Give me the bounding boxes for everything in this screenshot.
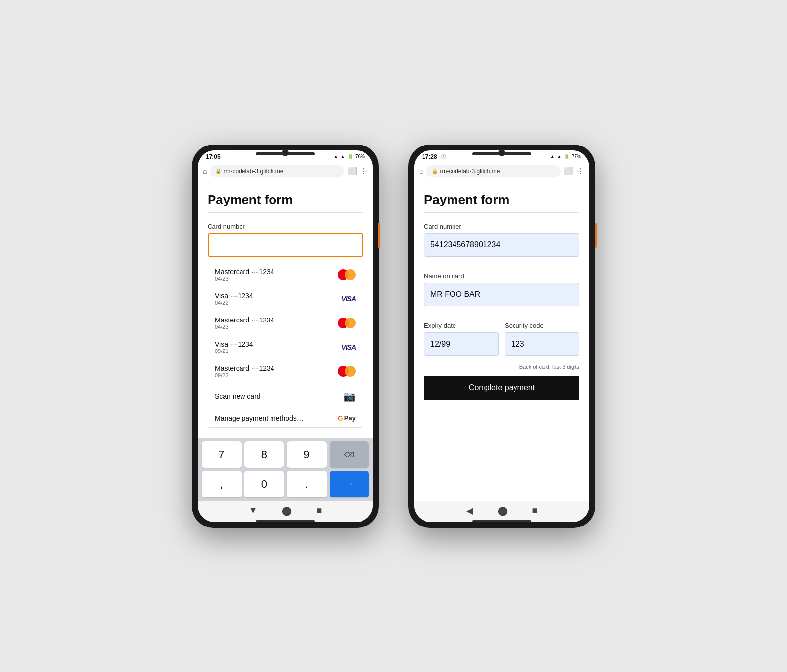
status-icons-right: ▲ ▲ 🔋 77% bbox=[550, 154, 581, 159]
key-0[interactable]: 0 bbox=[244, 471, 284, 497]
nav-home-icon-left[interactable]: ⬤ bbox=[282, 505, 292, 516]
right-phone-wrapper: 17:28 🕐 ▲ ▲ 🔋 77% ⌂ 🔒 rm-codelab-3.glitc… bbox=[408, 145, 595, 528]
key-7[interactable]: 7 bbox=[202, 441, 242, 468]
key-8[interactable]: 8 bbox=[244, 441, 284, 468]
card-name-1: Mastercard ····1234 bbox=[215, 268, 274, 276]
key-9[interactable]: 9 bbox=[287, 441, 327, 468]
numeric-keyboard: 7 8 9 ⌫ , 0 . → bbox=[198, 438, 373, 501]
mastercard-icon-3 bbox=[338, 318, 356, 328]
scan-new-card-item[interactable]: Scan new card 📷 bbox=[208, 383, 363, 409]
url-text-left: rm-codelab-3.glitch.me bbox=[223, 168, 283, 175]
card-expiry-3: 04/23 bbox=[215, 324, 274, 330]
url-text-right: rm-codelab-3.glitch.me bbox=[440, 168, 500, 175]
nav-back-icon-right[interactable]: ◀ bbox=[466, 505, 473, 516]
battery-pct-left: 76% bbox=[355, 154, 365, 159]
right-phone-screen: 17:28 🕐 ▲ ▲ 🔋 77% ⌂ 🔒 rm-codelab-3.glitc… bbox=[414, 150, 589, 522]
tab-icon-right[interactable]: ⬜ bbox=[564, 166, 574, 175]
title-divider-left bbox=[208, 212, 363, 213]
autocomplete-item-3[interactable]: Mastercard ····1234 04/23 bbox=[208, 311, 363, 335]
autocomplete-item-4[interactable]: Visa ····1234 09/21 VISA bbox=[208, 335, 363, 359]
card-info-3: Mastercard ····1234 04/23 bbox=[215, 316, 274, 330]
key-dot[interactable]: . bbox=[287, 471, 327, 497]
gpay-icon: G Pay bbox=[338, 414, 356, 422]
nav-back-icon-left[interactable]: ▼ bbox=[249, 505, 258, 516]
autocomplete-item-5[interactable]: Mastercard ····1234 09/22 bbox=[208, 359, 363, 383]
card-expiry-2: 04/22 bbox=[215, 300, 253, 306]
expiry-col: Expiry date bbox=[424, 322, 499, 370]
signal-icon-right: ▲ bbox=[557, 154, 562, 159]
url-bar-right[interactable]: 🔒 rm-codelab-3.glitch.me bbox=[426, 165, 561, 177]
lock-icon-left: 🔒 bbox=[215, 168, 221, 174]
card-number-label-left: Card number bbox=[208, 223, 363, 230]
battery-pct-right: 77% bbox=[572, 154, 581, 159]
status-icons-left: ▲ ▲ 🔋 76% bbox=[333, 154, 365, 159]
card-name-3: Mastercard ····1234 bbox=[215, 316, 274, 324]
security-hint: Back of card, last 3 digits bbox=[505, 364, 579, 370]
nav-home-icon-right[interactable]: ⬤ bbox=[498, 505, 508, 516]
mastercard-icon-1 bbox=[338, 269, 356, 280]
name-on-card-group: Name on card bbox=[424, 272, 579, 312]
card-name-5: Mastercard ····1234 bbox=[215, 364, 274, 372]
wifi-icon-right: ▲ bbox=[550, 154, 555, 159]
manage-payment-item[interactable]: Manage payment methods… G Pay bbox=[208, 409, 363, 427]
nav-recent-icon-left[interactable]: ■ bbox=[316, 505, 322, 516]
menu-icon-right[interactable]: ⋮ bbox=[576, 166, 584, 175]
left-phone-wrapper: 17:05 ▲ ▲ 🔋 76% ⌂ 🔒 rm-codelab-3.glitch.… bbox=[192, 145, 379, 528]
page-content-right: Payment form Card number Name on card Ex… bbox=[414, 180, 589, 501]
tab-icon-left[interactable]: ⬜ bbox=[347, 166, 357, 175]
status-clock-icon: 🕐 bbox=[440, 154, 446, 159]
security-input[interactable] bbox=[505, 332, 579, 356]
home-icon-right[interactable]: ⌂ bbox=[419, 167, 423, 175]
battery-icon-right: 🔋 bbox=[564, 154, 570, 159]
browser-bar-left: ⌂ 🔒 rm-codelab-3.glitch.me ⬜ ⋮ bbox=[198, 162, 373, 180]
right-phone: 17:28 🕐 ▲ ▲ 🔋 77% ⌂ 🔒 rm-codelab-3.glitc… bbox=[408, 145, 595, 528]
status-time-left: 17:05 bbox=[206, 153, 221, 160]
page-title-left: Payment form bbox=[208, 192, 363, 207]
card-name-2: Visa ····1234 bbox=[215, 292, 253, 300]
browser-bar-right: ⌂ 🔒 rm-codelab-3.glitch.me ⬜ ⋮ bbox=[414, 162, 589, 180]
home-icon-left[interactable]: ⌂ bbox=[203, 167, 207, 175]
autocomplete-item-2[interactable]: Visa ····1234 04/22 VISA bbox=[208, 287, 363, 311]
phone-side-button-left bbox=[378, 223, 380, 248]
wifi-icon-left: ▲ bbox=[333, 154, 338, 159]
url-bar-left[interactable]: 🔒 rm-codelab-3.glitch.me bbox=[210, 165, 344, 177]
security-label: Security code bbox=[505, 322, 579, 329]
card-number-input-left[interactable] bbox=[208, 233, 363, 257]
visa-icon-2: VISA bbox=[341, 295, 356, 303]
card-info-1: Mastercard ····1234 04/23 bbox=[215, 268, 274, 282]
card-name-4: Visa ····1234 bbox=[215, 340, 253, 348]
phone-camera-left bbox=[282, 149, 289, 156]
page-title-right: Payment form bbox=[424, 192, 579, 207]
nav-bar-left: ▼ ⬤ ■ bbox=[198, 501, 373, 522]
nav-bar-right: ◀ ⬤ ■ bbox=[414, 501, 589, 522]
name-on-card-input[interactable] bbox=[424, 283, 579, 306]
expiry-security-row: Expiry date Security code Back of card, … bbox=[424, 322, 579, 370]
key-comma[interactable]: , bbox=[202, 471, 242, 497]
scan-label: Scan new card bbox=[215, 392, 261, 400]
mastercard-icon-5 bbox=[338, 366, 356, 377]
key-backspace[interactable]: ⌫ bbox=[330, 441, 369, 468]
nav-recent-icon-right[interactable]: ■ bbox=[532, 505, 538, 516]
camera-icon: 📷 bbox=[343, 390, 356, 402]
card-info-2: Visa ····1234 04/22 bbox=[215, 292, 253, 306]
phone-side-button-right bbox=[595, 223, 597, 248]
expiry-label: Expiry date bbox=[424, 322, 499, 329]
card-expiry-1: 04/23 bbox=[215, 276, 274, 282]
visa-icon-4: VISA bbox=[341, 343, 356, 351]
phone-camera-right bbox=[498, 149, 505, 156]
left-phone: 17:05 ▲ ▲ 🔋 76% ⌂ 🔒 rm-codelab-3.glitch.… bbox=[192, 145, 379, 528]
key-next[interactable]: → bbox=[330, 471, 369, 497]
complete-payment-button[interactable]: Complete payment bbox=[424, 376, 579, 400]
left-phone-screen: 17:05 ▲ ▲ 🔋 76% ⌂ 🔒 rm-codelab-3.glitch.… bbox=[198, 150, 373, 522]
card-number-label-right: Card number bbox=[424, 223, 579, 230]
browser-actions-right: ⬜ ⋮ bbox=[564, 166, 584, 175]
autocomplete-item-1[interactable]: Mastercard ····1234 04/23 bbox=[208, 263, 363, 287]
menu-icon-left[interactable]: ⋮ bbox=[360, 166, 368, 175]
name-on-card-label: Name on card bbox=[424, 272, 579, 280]
expiry-input[interactable] bbox=[424, 332, 499, 356]
card-number-input-right[interactable] bbox=[424, 233, 579, 257]
autocomplete-list: Mastercard ····1234 04/23 Visa ····1234 … bbox=[208, 263, 363, 428]
card-info-5: Mastercard ····1234 09/22 bbox=[215, 364, 274, 378]
card-info-4: Visa ····1234 09/21 bbox=[215, 340, 253, 354]
card-number-group: Card number bbox=[424, 223, 579, 263]
